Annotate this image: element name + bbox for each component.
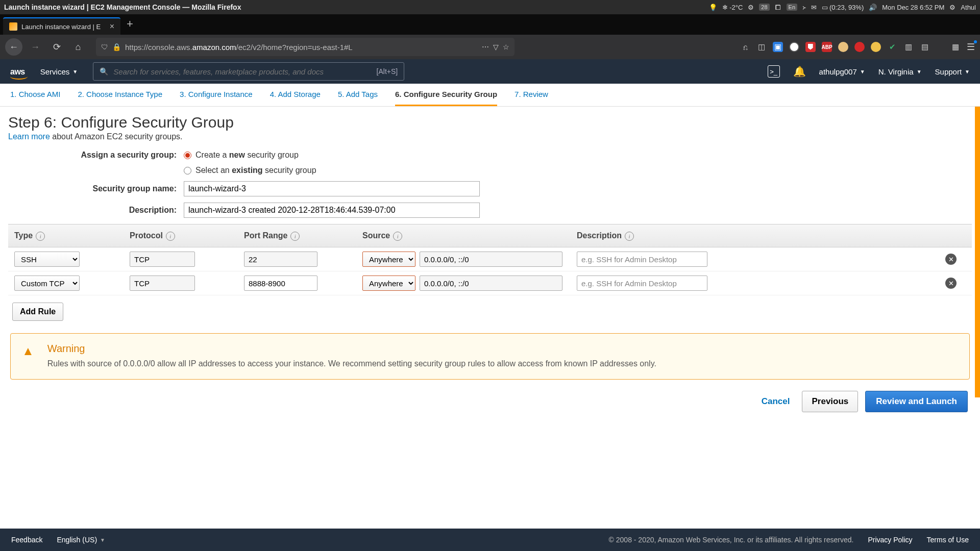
warning-box: ▲ Warning Rules with source of 0.0.0.0/0…	[10, 333, 970, 380]
extension-pill-icon[interactable]	[838, 42, 848, 52]
rule-port-input[interactable]	[244, 276, 317, 291]
language-selector[interactable]: English (US) ▼	[57, 536, 105, 544]
extension-check-icon[interactable]: ✔	[887, 42, 897, 52]
extension-abp-icon[interactable]: ABP	[822, 42, 832, 52]
radio-create-new[interactable]: Create a new security group	[184, 151, 316, 160]
bookmark-star-icon[interactable]: ☆	[503, 43, 509, 51]
assign-sg-label: Assign a security group:	[8, 151, 184, 160]
wizard-tab-0[interactable]: 1. Choose AMI	[10, 84, 60, 106]
lock-icon[interactable]: 🔒	[112, 43, 121, 51]
calendar-tray-icon[interactable]: 28	[759, 4, 769, 11]
library-icon[interactable]: ⎌	[740, 42, 750, 52]
cloudshell-icon[interactable]: >_	[768, 65, 780, 78]
bluetooth-icon[interactable]: ᚛	[802, 4, 806, 11]
reload-button[interactable]: ⟳	[48, 38, 65, 56]
wizard-tabs: 1. Choose AMI2. Choose Instance Type3. C…	[0, 84, 980, 107]
back-button[interactable]: ←	[5, 38, 22, 56]
info-icon[interactable]: i	[36, 232, 45, 241]
rule-source-select[interactable]: Anywhere	[362, 276, 415, 291]
rule-source-ip	[420, 252, 562, 267]
extension-bars-icon[interactable]: ▥	[903, 42, 914, 52]
wizard-tab-3[interactable]: 4. Add Storage	[270, 84, 321, 106]
radio-select-existing[interactable]: Select an existing security group	[184, 166, 316, 175]
wizard-tab-5[interactable]: 6. Configure Security Group	[395, 84, 497, 106]
radio-create-input[interactable]	[184, 152, 191, 159]
previous-button[interactable]: Previous	[802, 391, 858, 412]
rules-table: Typei Protocoli Port Rangei Sourcei Desc…	[8, 224, 972, 295]
privacy-link[interactable]: Privacy Policy	[868, 536, 912, 544]
wifi-icon[interactable]: ⧠	[775, 4, 781, 11]
page-actions-icon[interactable]: ⋯	[482, 43, 489, 51]
extension-noscript-icon[interactable]	[789, 42, 799, 52]
search-icon: 🔍	[100, 67, 108, 76]
keyboard-layout[interactable]: En	[787, 4, 797, 11]
cancel-button[interactable]: Cancel	[756, 391, 795, 412]
info-icon[interactable]: i	[393, 232, 402, 241]
os-user[interactable]: Athul	[961, 4, 976, 11]
support-menu[interactable]: Support ▼	[935, 67, 970, 76]
rule-description-input[interactable]	[577, 252, 707, 267]
sidebar-icon[interactable]: ◫	[756, 42, 767, 52]
gear-icon[interactable]: ⚙	[949, 4, 955, 11]
step-title: Step 6: Configure Security Group	[8, 114, 972, 131]
services-menu[interactable]: Services▼	[40, 67, 78, 76]
hamburger-menu-icon[interactable]: ☰	[967, 41, 975, 53]
clock[interactable]: Mon Dec 28 6:52 PM	[882, 4, 944, 11]
sg-name-input[interactable]	[184, 181, 480, 196]
remove-rule-button[interactable]: ✕	[945, 254, 957, 265]
info-icon[interactable]: i	[290, 232, 300, 241]
rule-type-select[interactable]: Custom TCP R	[14, 276, 80, 291]
settings-tray-icon[interactable]: ⚙	[748, 4, 754, 11]
browser-tab-active[interactable]: Launch instance wizard | E ×	[3, 17, 120, 35]
os-titlebar: Launch instance wizard | EC2 Management …	[0, 0, 980, 14]
rule-description-input[interactable]	[577, 276, 707, 291]
wizard-tab-1[interactable]: 2. Choose Instance Type	[78, 84, 162, 106]
reader-mode-icon[interactable]: ▽	[493, 43, 499, 51]
col-port-label: Port Range	[244, 231, 287, 240]
aws-logo[interactable]: aws	[10, 66, 25, 77]
aws-search[interactable]: 🔍 [Alt+S]	[93, 62, 404, 81]
lightbulb-icon[interactable]: 💡	[709, 4, 717, 11]
radio-existing-input[interactable]	[184, 167, 191, 174]
col-type-label: Type	[14, 231, 33, 240]
rule-source-select[interactable]: Anywhere	[362, 252, 415, 267]
battery-indicator[interactable]: ▭ (0:23, 93%)	[822, 4, 864, 11]
wizard-tab-6[interactable]: 7. Review	[514, 84, 548, 106]
wizard-tab-4[interactable]: 5. Add Tags	[338, 84, 378, 106]
close-tab-icon[interactable]: ×	[110, 22, 114, 31]
shield-icon[interactable]: 🛡	[101, 43, 108, 51]
feedback-link[interactable]: Feedback	[11, 536, 42, 544]
wizard-tab-2[interactable]: 3. Configure Instance	[180, 84, 253, 106]
account-menu[interactable]: athulpg007 ▼	[819, 67, 865, 76]
new-tab-button[interactable]: +	[120, 15, 139, 35]
scroll-indicator[interactable]	[975, 107, 980, 397]
info-icon[interactable]: i	[166, 232, 175, 241]
rule-type-select[interactable]: SSH	[14, 252, 80, 267]
weather-indicator[interactable]: ❄ -2°C	[722, 4, 743, 11]
extension-ublock-icon[interactable]: ⛊	[805, 42, 816, 52]
notifications-bell-icon[interactable]: 🔔	[793, 65, 806, 78]
remove-rule-button[interactable]: ✕	[945, 278, 957, 289]
sg-desc-input[interactable]	[184, 203, 480, 218]
terms-link[interactable]: Terms of Use	[927, 536, 969, 544]
learn-more-link[interactable]: Learn more	[8, 132, 50, 141]
system-tray: 💡 ❄ -2°C ⚙ 28 ⧠ En ᚛ ✉ ▭ (0:23, 93%) 🔊 M…	[709, 4, 976, 11]
home-button[interactable]: ⌂	[69, 38, 87, 56]
extension-zoom-icon[interactable]: ▣	[773, 42, 783, 52]
url-bar[interactable]: 🛡 🔒 https://console.aws.amazon.com/ec2/v…	[96, 38, 514, 56]
browser-tabstrip: Launch instance wizard | E × +	[0, 14, 980, 35]
extension-book-icon[interactable]: ▤	[920, 42, 930, 52]
aws-search-input[interactable]	[113, 67, 371, 76]
forward-button[interactable]: →	[27, 38, 44, 56]
mail-tray-icon[interactable]: ✉	[811, 4, 817, 11]
browser-toolbar: ← → ⟳ ⌂ 🛡 🔒 https://console.aws.amazon.c…	[0, 35, 980, 59]
add-rule-button[interactable]: Add Rule	[12, 303, 63, 321]
info-icon[interactable]: i	[625, 232, 634, 241]
review-launch-button[interactable]: Review and Launch	[865, 391, 968, 412]
overflow-icon[interactable]: ▦	[950, 42, 961, 52]
region-menu[interactable]: N. Virginia ▼	[878, 67, 922, 76]
rule-row: SSHAnywhere✕	[8, 247, 972, 271]
volume-icon[interactable]: 🔊	[869, 4, 877, 11]
extension-person-icon[interactable]	[871, 42, 881, 52]
extension-tomato-icon[interactable]	[854, 42, 865, 52]
